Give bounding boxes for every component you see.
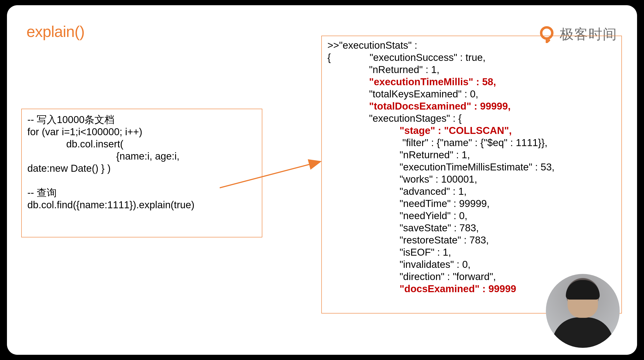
- code-line: >>"executionStats" :: [328, 40, 417, 51]
- code-line: "executionStages" : {: [328, 113, 462, 124]
- code-line: "direction" : "forward",: [328, 271, 496, 282]
- code-line: "totalKeysExamined" : 0,: [328, 88, 478, 100]
- code-line: "isEOF" : 1,: [328, 247, 451, 258]
- code-line-highlight: "executionTimeMillis" : 58,: [328, 76, 496, 87]
- code-line: -- 写入10000条文档: [27, 114, 114, 125]
- code-line: for (var i=1;i<100000; i++): [27, 126, 142, 137]
- code-line: "nReturned" : 1,: [328, 64, 440, 75]
- code-line: "advanced" : 1,: [328, 186, 466, 197]
- code-line: date:new Date() } ): [27, 163, 111, 174]
- code-line: "nReturned" : 1,: [328, 149, 470, 160]
- left-code-box: -- 写入10000条文档 for (var i=1;i<100000; i++…: [21, 109, 262, 237]
- code-line: "filter" : {"name" : {"$eq" : 1111}},: [328, 137, 548, 148]
- slide-title: explain(): [26, 23, 84, 41]
- right-output-box: >>"executionStats" : { "executionSuccess…: [321, 36, 622, 313]
- code-line-highlight: "stage" : "COLLSCAN",: [328, 125, 512, 136]
- code-line: "saveState" : 783,: [328, 222, 479, 234]
- code-line: "needTime" : 99999,: [328, 198, 490, 209]
- presenter-webcam: [546, 274, 620, 348]
- code-line: "needYield" : 0,: [328, 210, 468, 221]
- code-line: db.col.insert(: [27, 138, 123, 149]
- code-line: -- 查询: [27, 187, 57, 198]
- code-line: "invalidates" : 0,: [328, 259, 470, 270]
- code-line: "executionTimeMillisEstimate" : 53,: [328, 161, 554, 172]
- code-line: db.col.find({name:1111}).explain(true): [27, 199, 194, 211]
- code-line-highlight: "docsExamined" : 99999: [328, 283, 516, 294]
- code-line: {name:i, age:i,: [27, 150, 180, 162]
- code-line: { "executionSuccess" : true,: [328, 52, 486, 63]
- code-line: "works" : 100001,: [328, 173, 477, 185]
- code-line: "restoreState" : 783,: [328, 234, 489, 246]
- slide-card: explain() 极客时间 -- 写入10000条文档 for (var i=…: [7, 5, 637, 355]
- code-line-highlight: "totalDocsExamined" : 99999,: [328, 100, 511, 112]
